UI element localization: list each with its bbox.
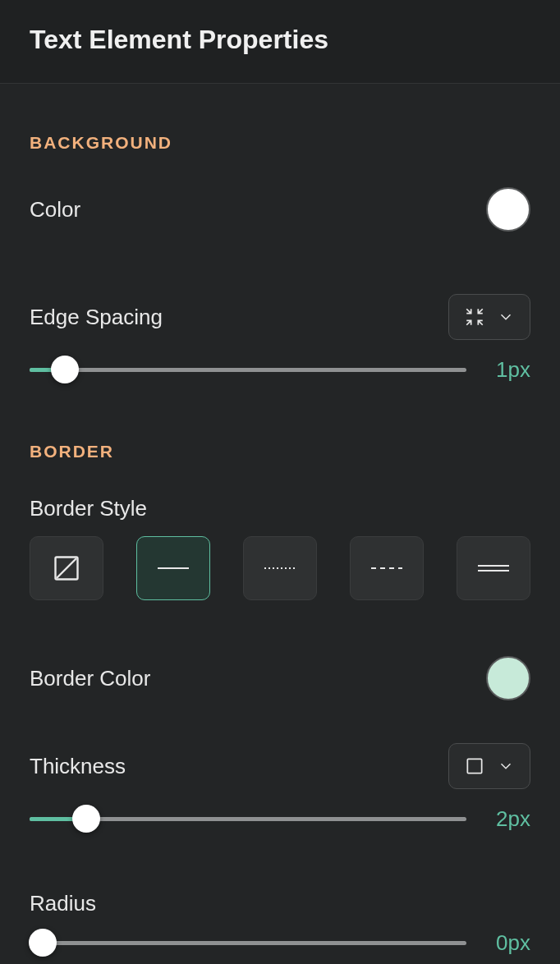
collapse-icon xyxy=(464,306,485,328)
thickness-value: 2px xyxy=(486,806,530,832)
square-icon xyxy=(464,755,485,777)
radius-slider[interactable] xyxy=(30,928,466,957)
radius-label: Radius xyxy=(30,891,530,916)
section-background-title: BACKGROUND xyxy=(30,133,530,153)
border-color-label: Border Color xyxy=(30,666,150,691)
svg-line-1 xyxy=(57,558,76,578)
slider-track xyxy=(30,368,466,372)
border-color-row: Border Color xyxy=(30,656,530,700)
thickness-mode-dropdown[interactable] xyxy=(448,743,530,789)
edge-spacing-value: 1px xyxy=(486,357,530,383)
background-color-label: Color xyxy=(30,197,80,223)
background-color-row: Color xyxy=(30,187,530,232)
border-style-double[interactable] xyxy=(457,536,530,600)
edge-spacing-slider-row: 1px xyxy=(30,355,530,384)
slider-track xyxy=(30,941,466,945)
border-style-options xyxy=(30,536,530,600)
border-style-label: Border Style xyxy=(30,496,530,521)
border-style-dotted[interactable] xyxy=(243,536,317,600)
border-style-solid[interactable] xyxy=(136,536,210,600)
panel-title: Text Element Properties xyxy=(30,25,530,55)
slider-thumb[interactable] xyxy=(72,805,100,833)
svg-rect-7 xyxy=(467,759,481,773)
radius-slider-row: 0px xyxy=(30,928,530,957)
edge-spacing-row: Edge Spacing xyxy=(30,294,530,340)
background-color-swatch[interactable] xyxy=(486,187,530,232)
border-color-swatch[interactable] xyxy=(486,656,530,700)
section-border-title: BORDER xyxy=(30,442,530,461)
slider-thumb[interactable] xyxy=(29,929,57,957)
thickness-label: Thickness xyxy=(30,754,126,779)
edge-spacing-slider[interactable] xyxy=(30,355,466,384)
thickness-row: Thickness xyxy=(30,743,530,789)
border-style-none[interactable] xyxy=(30,536,103,600)
panel-header: Text Element Properties xyxy=(0,0,560,84)
edge-spacing-label: Edge Spacing xyxy=(30,305,163,330)
chevron-down-icon xyxy=(497,757,515,775)
edge-spacing-mode-dropdown[interactable] xyxy=(448,294,530,340)
border-style-dashed[interactable] xyxy=(350,536,424,600)
radius-value: 0px xyxy=(486,930,530,956)
properties-panel: BACKGROUND Color Edge Spacing xyxy=(0,84,560,964)
thickness-slider-row: 2px xyxy=(30,804,530,833)
thickness-slider[interactable] xyxy=(30,804,466,833)
chevron-down-icon xyxy=(497,308,515,326)
slider-thumb[interactable] xyxy=(51,356,79,383)
